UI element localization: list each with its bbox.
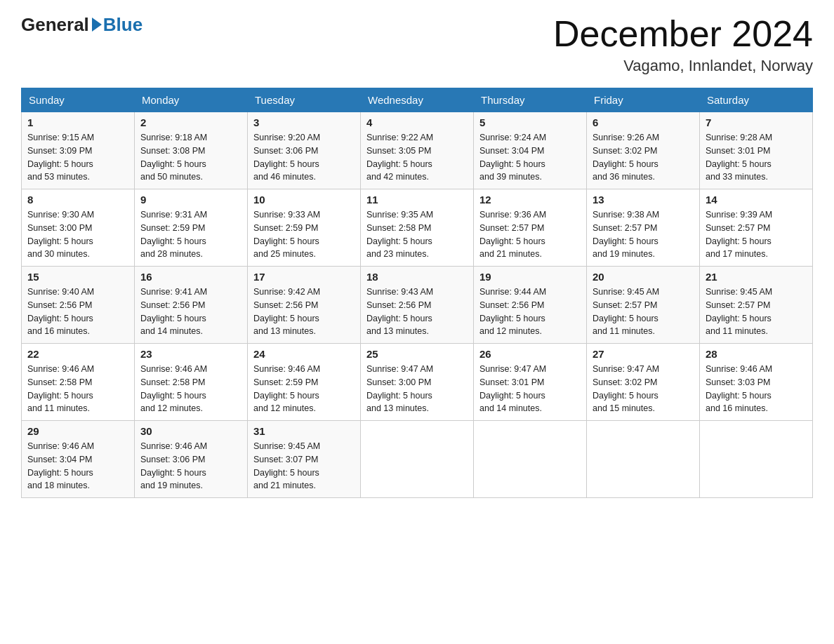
day-detail: Sunrise: 9:45 AMSunset: 2:57 PMDaylight:… [706,286,807,338]
day-cell: 6 Sunrise: 9:26 AMSunset: 3:02 PMDayligh… [587,112,700,189]
calendar-header: SundayMondayTuesdayWednesdayThursdayFrid… [22,88,813,112]
logo-general-text: General [21,14,89,36]
day-detail: Sunrise: 9:41 AMSunset: 2:56 PMDaylight:… [140,286,241,338]
day-cell: 3 Sunrise: 9:20 AMSunset: 3:06 PMDayligh… [248,112,361,189]
day-number: 6 [593,116,694,128]
day-detail: Sunrise: 9:40 AMSunset: 2:56 PMDaylight:… [27,286,128,338]
day-cell: 25 Sunrise: 9:47 AMSunset: 3:00 PMDaylig… [361,344,474,421]
day-number: 14 [706,194,807,206]
day-cell: 10 Sunrise: 9:33 AMSunset: 2:59 PMDaylig… [248,189,361,267]
day-number: 25 [366,348,468,360]
day-cell: 31 Sunrise: 9:45 AMSunset: 3:07 PMDaylig… [248,421,361,498]
day-detail: Sunrise: 9:47 AMSunset: 3:00 PMDaylight:… [366,363,468,415]
day-detail: Sunrise: 9:42 AMSunset: 2:56 PMDaylight:… [253,286,355,338]
day-cell: 16 Sunrise: 9:41 AMSunset: 2:56 PMDaylig… [135,267,248,344]
header-cell-thursday: Thursday [474,88,587,112]
day-cell: 13 Sunrise: 9:38 AMSunset: 2:57 PMDaylig… [587,189,700,267]
day-number: 9 [140,194,241,206]
day-detail: Sunrise: 9:46 AMSunset: 3:06 PMDaylight:… [140,440,241,492]
week-row-4: 22 Sunrise: 9:46 AMSunset: 2:58 PMDaylig… [22,344,813,421]
header-cell-saturday: Saturday [700,88,813,112]
day-cell: 5 Sunrise: 9:24 AMSunset: 3:04 PMDayligh… [474,112,587,189]
day-number: 28 [706,348,807,360]
day-cell: 20 Sunrise: 9:45 AMSunset: 2:57 PMDaylig… [587,267,700,344]
day-cell: 7 Sunrise: 9:28 AMSunset: 3:01 PMDayligh… [700,112,813,189]
day-number: 15 [27,271,128,283]
day-number: 24 [253,348,355,360]
day-detail: Sunrise: 9:28 AMSunset: 3:01 PMDaylight:… [706,131,807,184]
day-number: 27 [593,348,694,360]
day-detail: Sunrise: 9:30 AMSunset: 3:00 PMDaylight:… [27,208,128,261]
day-number: 19 [479,271,581,283]
day-cell: 15 Sunrise: 9:40 AMSunset: 2:56 PMDaylig… [22,267,135,344]
day-detail: Sunrise: 9:31 AMSunset: 2:59 PMDaylight:… [140,208,241,261]
day-number: 3 [253,116,355,128]
week-row-5: 29 Sunrise: 9:46 AMSunset: 3:04 PMDaylig… [22,421,813,498]
day-cell: 22 Sunrise: 9:46 AMSunset: 2:58 PMDaylig… [22,344,135,421]
day-number: 5 [479,116,581,128]
day-detail: Sunrise: 9:15 AMSunset: 3:09 PMDaylight:… [27,131,128,184]
logo-blue-text: Blue [103,14,143,36]
day-cell: 9 Sunrise: 9:31 AMSunset: 2:59 PMDayligh… [135,189,248,267]
day-cell: 23 Sunrise: 9:46 AMSunset: 2:58 PMDaylig… [135,344,248,421]
day-cell: 4 Sunrise: 9:22 AMSunset: 3:05 PMDayligh… [361,112,474,189]
page-header: General Blue December 2024 Vagamo, Innla… [21,14,813,75]
day-cell: 27 Sunrise: 9:47 AMSunset: 3:02 PMDaylig… [587,344,700,421]
day-number: 13 [593,194,694,206]
logo-triangle-icon [92,18,102,32]
day-cell [474,421,587,498]
header-row: SundayMondayTuesdayWednesdayThursdayFrid… [22,88,813,112]
header-cell-wednesday: Wednesday [361,88,474,112]
day-number: 10 [253,194,355,206]
day-detail: Sunrise: 9:24 AMSunset: 3:04 PMDaylight:… [479,131,581,184]
day-detail: Sunrise: 9:47 AMSunset: 3:01 PMDaylight:… [479,363,581,415]
day-number: 21 [706,271,807,283]
location-text: Vagamo, Innlandet, Norway [553,57,813,75]
day-detail: Sunrise: 9:22 AMSunset: 3:05 PMDaylight:… [366,131,468,184]
day-detail: Sunrise: 9:26 AMSunset: 3:02 PMDaylight:… [593,131,694,184]
day-detail: Sunrise: 9:38 AMSunset: 2:57 PMDaylight:… [593,208,694,261]
day-number: 23 [140,348,241,360]
day-detail: Sunrise: 9:46 AMSunset: 2:59 PMDaylight:… [253,363,355,415]
day-cell [700,421,813,498]
day-number: 2 [140,116,241,128]
calendar-body: 1 Sunrise: 9:15 AMSunset: 3:09 PMDayligh… [22,112,813,498]
day-cell: 24 Sunrise: 9:46 AMSunset: 2:59 PMDaylig… [248,344,361,421]
day-number: 12 [479,194,581,206]
day-cell: 2 Sunrise: 9:18 AMSunset: 3:08 PMDayligh… [135,112,248,189]
day-cell [587,421,700,498]
day-detail: Sunrise: 9:35 AMSunset: 2:58 PMDaylight:… [366,208,468,261]
day-number: 16 [140,271,241,283]
header-cell-tuesday: Tuesday [248,88,361,112]
week-row-2: 8 Sunrise: 9:30 AMSunset: 3:00 PMDayligh… [22,189,813,267]
day-detail: Sunrise: 9:47 AMSunset: 3:02 PMDaylight:… [593,363,694,415]
day-cell: 17 Sunrise: 9:42 AMSunset: 2:56 PMDaylig… [248,267,361,344]
day-detail: Sunrise: 9:20 AMSunset: 3:06 PMDaylight:… [253,131,355,184]
day-cell: 12 Sunrise: 9:36 AMSunset: 2:57 PMDaylig… [474,189,587,267]
day-cell: 19 Sunrise: 9:44 AMSunset: 2:56 PMDaylig… [474,267,587,344]
day-cell: 29 Sunrise: 9:46 AMSunset: 3:04 PMDaylig… [22,421,135,498]
week-row-1: 1 Sunrise: 9:15 AMSunset: 3:09 PMDayligh… [22,112,813,189]
day-number: 31 [253,425,355,437]
day-cell: 21 Sunrise: 9:45 AMSunset: 2:57 PMDaylig… [700,267,813,344]
day-number: 29 [27,425,128,437]
day-cell: 26 Sunrise: 9:47 AMSunset: 3:01 PMDaylig… [474,344,587,421]
day-number: 22 [27,348,128,360]
day-number: 20 [593,271,694,283]
day-cell: 28 Sunrise: 9:46 AMSunset: 3:03 PMDaylig… [700,344,813,421]
day-cell: 1 Sunrise: 9:15 AMSunset: 3:09 PMDayligh… [22,112,135,189]
week-row-3: 15 Sunrise: 9:40 AMSunset: 2:56 PMDaylig… [22,267,813,344]
logo: General Blue [21,14,143,36]
day-cell: 11 Sunrise: 9:35 AMSunset: 2:58 PMDaylig… [361,189,474,267]
day-detail: Sunrise: 9:43 AMSunset: 2:56 PMDaylight:… [366,286,468,338]
header-cell-monday: Monday [135,88,248,112]
day-detail: Sunrise: 9:18 AMSunset: 3:08 PMDaylight:… [140,131,241,184]
day-detail: Sunrise: 9:39 AMSunset: 2:57 PMDaylight:… [706,208,807,261]
calendar-table: SundayMondayTuesdayWednesdayThursdayFrid… [21,88,813,498]
day-number: 30 [140,425,241,437]
day-cell: 8 Sunrise: 9:30 AMSunset: 3:00 PMDayligh… [22,189,135,267]
day-detail: Sunrise: 9:46 AMSunset: 3:03 PMDaylight:… [706,363,807,415]
day-cell [361,421,474,498]
day-detail: Sunrise: 9:33 AMSunset: 2:59 PMDaylight:… [253,208,355,261]
day-detail: Sunrise: 9:45 AMSunset: 2:57 PMDaylight:… [593,286,694,338]
